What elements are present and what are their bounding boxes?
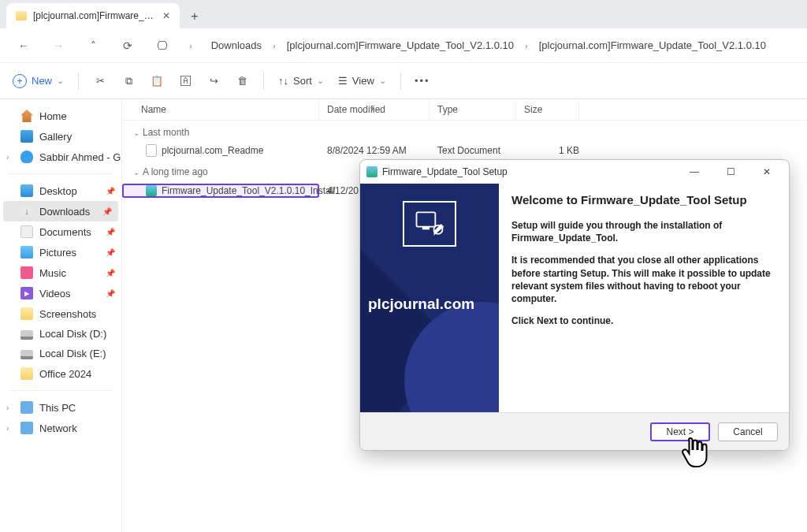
dialog-text-1: Setup will guide you through the install… (511, 219, 776, 244)
svg-rect-1 (422, 227, 430, 230)
sidebar-label: Local Disk (E:) (39, 348, 106, 359)
cut-icon[interactable]: ✂ (93, 74, 107, 88)
dialog-titlebar[interactable]: Firmware_Update_Tool Setup — ☐ ✕ (360, 160, 789, 184)
sidebar-label: Music (39, 267, 66, 279)
setup-icon (403, 201, 456, 247)
new-label: New (32, 75, 52, 87)
crumb-downloads[interactable]: Downloads (211, 39, 262, 51)
col-date[interactable]: Date modified (319, 99, 430, 120)
breadcrumb: Downloads › [plcjournal.com]Firmware_Upd… (211, 39, 766, 51)
sidebar-item-documents[interactable]: Documents📌 (0, 221, 121, 242)
next-button[interactable]: Next > (650, 422, 710, 441)
file-name: Firmware_Update_Tool_V2.1.0.10_Install (162, 185, 335, 196)
disk-icon (20, 330, 33, 340)
file-size: 1 KB (516, 145, 579, 156)
dialog-sidebar-image: plcjournal.com (360, 184, 499, 412)
delete-icon[interactable]: 🗑 (235, 74, 249, 88)
share-icon[interactable]: ↪ (206, 74, 221, 88)
chevron-down-icon: ⌄ (317, 76, 324, 86)
pin-icon[interactable]: 📌 (106, 187, 115, 195)
pin-icon[interactable]: 📌 (102, 207, 112, 216)
separator (263, 73, 264, 90)
view-button[interactable]: ☰ View ⌄ (338, 75, 386, 87)
dialog-heading: Welcome to Firmware_Update_Tool Setup (511, 193, 776, 206)
up-button[interactable]: ˄ (85, 39, 101, 52)
dialog-title: Firmware_Update_Tool Setup (382, 166, 508, 177)
sidebar-label: Downloads (39, 206, 90, 218)
dialog-content: Welcome to Firmware_Update_Tool Setup Se… (499, 184, 789, 412)
col-name[interactable]: Name (122, 99, 319, 120)
sidebar-item-disk-e[interactable]: Local Disk (E:) (0, 344, 121, 363)
view-icon: ☰ (338, 75, 348, 87)
divider (9, 390, 112, 391)
pin-icon[interactable]: 📌 (106, 289, 115, 298)
forward-button[interactable]: → (50, 39, 66, 52)
sidebar-label: Office 2024 (39, 368, 91, 380)
group-header[interactable]: ⌄Last month (122, 121, 807, 141)
chevron-down-icon: ⌄ (57, 76, 64, 86)
crumb-folder1[interactable]: [plcjournal.com]Firmware_Update_Tool_V2.… (287, 39, 514, 51)
toolbar: + New ⌄ ✂ ⧉ 📋 🄰 ↪ 🗑 ↑↓ Sort ⌄ ☰ View ⌄ •… (0, 63, 807, 99)
col-type[interactable]: Type (430, 99, 516, 120)
folder-icon (16, 11, 27, 20)
file-type: Text Document (430, 145, 516, 156)
sidebar-item-pictures[interactable]: Pictures📌 (0, 242, 121, 262)
chevron-right-icon[interactable]: › (6, 424, 9, 433)
file-date: 8/8/2024 12:59 AM (319, 145, 430, 156)
pc-icon (20, 401, 33, 414)
new-tab-button[interactable]: + (183, 5, 206, 28)
chevron-right-icon: › (189, 41, 192, 50)
back-button[interactable]: ← (16, 39, 32, 52)
tab-title: [plcjournal.com]Firmware_Upd… (33, 10, 156, 21)
plus-icon: + (13, 74, 27, 88)
sidebar-item-network[interactable]: ›Network (0, 418, 121, 438)
folder-icon (20, 367, 33, 380)
sidebar-label: Gallery (39, 131, 72, 143)
sort-button[interactable]: ↑↓ Sort ⌄ (278, 75, 324, 87)
close-button[interactable]: ✕ (751, 161, 783, 183)
cancel-button[interactable]: Cancel (718, 422, 778, 441)
sidebar-label: Home (39, 110, 67, 122)
file-row-readme[interactable]: plcjournal.com_Readme 8/8/2024 12:59 AM … (122, 141, 807, 160)
sidebar-item-gallery[interactable]: Gallery (0, 126, 121, 147)
chevron-down-icon: ⌄ (133, 168, 139, 177)
sort-icon: ↑↓ (278, 75, 288, 87)
crumb-folder2[interactable]: [plcjournal.com]Firmware_Update_Tool_V2.… (539, 39, 766, 51)
refresh-button[interactable]: ⟳ (120, 39, 136, 52)
paste-icon[interactable]: 📋 (150, 74, 164, 88)
dialog-footer: Next > Cancel (360, 412, 789, 450)
more-button[interactable]: ••• (415, 74, 430, 88)
sidebar-item-disk-d[interactable]: Local Disk (D:) (0, 324, 121, 344)
browser-tab[interactable]: [plcjournal.com]Firmware_Upd… ✕ (6, 3, 180, 28)
chevron-right-icon[interactable]: › (6, 404, 9, 412)
sidebar-item-desktop[interactable]: Desktop📌 (0, 180, 121, 201)
copy-icon[interactable]: ⧉ (121, 74, 136, 88)
sidebar-item-office[interactable]: Office 2024 (0, 363, 121, 384)
monitor-icon[interactable]: 🖵 (154, 39, 170, 52)
close-tab-icon[interactable]: ✕ (162, 10, 170, 21)
sidebar-label: Pictures (39, 247, 76, 259)
sidebar-item-thispc[interactable]: ›This PC (0, 397, 121, 418)
col-size[interactable]: Size (516, 99, 579, 120)
cloud-icon (20, 151, 33, 163)
file-name: plcjournal.com_Readme (162, 145, 263, 156)
separator (400, 73, 401, 90)
sidebar-label: Network (39, 422, 77, 434)
sidebar-item-screenshots[interactable]: Screenshots (0, 303, 121, 324)
maximize-button[interactable]: ☐ (715, 161, 746, 183)
sidebar-label: Screenshots (39, 308, 96, 320)
sidebar-item-onedrive[interactable]: ›Sabbir Ahmed - Glo (0, 147, 121, 167)
music-icon (20, 266, 33, 279)
sidebar-item-videos[interactable]: Videos📌 (0, 283, 121, 303)
sidebar-item-home[interactable]: Home (0, 106, 121, 126)
pin-icon[interactable]: 📌 (106, 228, 115, 236)
sidebar-item-downloads[interactable]: Downloads📌 (3, 201, 118, 221)
chevron-right-icon[interactable]: › (6, 153, 9, 162)
pin-icon[interactable]: 📌 (106, 248, 115, 257)
rename-icon[interactable]: 🄰 (178, 74, 192, 88)
new-button[interactable]: + New ⌄ (13, 74, 64, 88)
sidebar-item-music[interactable]: Music📌 (0, 262, 121, 283)
sidebar-label: Sabbir Ahmed - Glo (39, 151, 122, 163)
minimize-button[interactable]: — (679, 161, 710, 183)
pin-icon[interactable]: 📌 (106, 269, 115, 277)
